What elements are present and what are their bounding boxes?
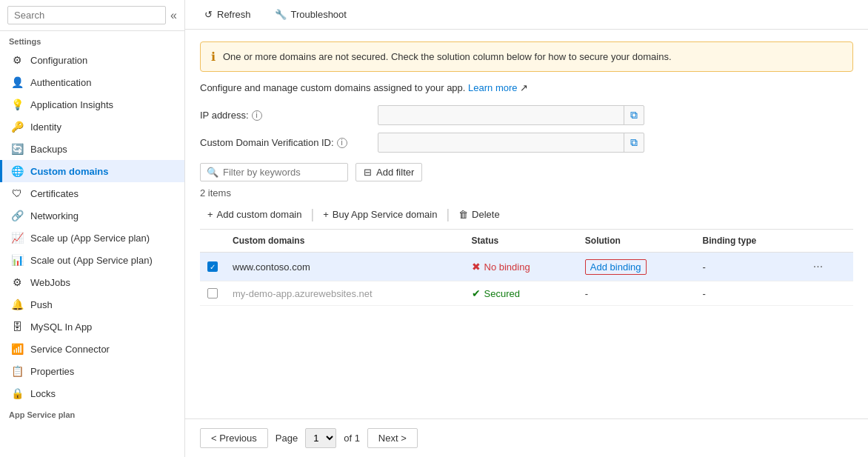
ip-address-label: IP address: i [200,110,370,121]
custom-domain-input-wrap: ⧉ [378,133,644,153]
sidebar-item-label: Application Insights [30,99,113,110]
action-separator-2: | [444,207,451,222]
webjobs-icon: ⚙ [11,276,23,288]
col-header-custom-domains: Custom domains [225,230,464,253]
backups-icon: 🔄 [11,143,23,155]
refresh-button[interactable]: ↺ Refresh [200,6,256,23]
filter-input[interactable] [223,167,341,178]
sidebar-item-label: Authentication [30,77,91,88]
sidebar-item-networking[interactable]: 🔗 Networking [0,204,184,227]
row-2-domain: my-demo-app.azurewebsites.net [225,281,464,306]
table-row: my-demo-app.azurewebsites.net ✔ Secured … [200,281,853,306]
actions-row: + Add custom domain | + Buy App Service … [200,206,853,230]
row-2-binding-type: - [695,281,801,306]
search-input[interactable] [7,6,166,24]
ip-address-info-icon[interactable]: i [252,110,262,121]
troubleshoot-button[interactable]: 🔧 Troubleshoot [270,6,351,23]
of-label: of 1 [344,433,360,444]
sidebar-item-application-insights[interactable]: 💡 Application Insights [0,93,184,116]
configuration-icon: ⚙ [11,54,23,66]
sidebar-item-push[interactable]: 🔔 Push [0,293,184,316]
delete-label: Delete [472,209,500,220]
sidebar-item-authentication[interactable]: 👤 Authentication [0,71,184,93]
sidebar-item-properties[interactable]: 📋 Properties [0,360,184,382]
sidebar-item-configuration[interactable]: ⚙ Configuration [0,49,184,71]
sidebar-item-certificates[interactable]: 🛡 Certificates [0,182,184,204]
row-1-binding-type: - [695,253,801,281]
filter-search-icon: 🔍 [207,167,218,178]
service-connector-icon: 📶 [11,343,23,355]
next-button[interactable]: Next > [367,428,418,448]
sidebar-item-label: MySQL In App [30,321,92,333]
add-custom-domain-plus-icon: + [207,209,213,220]
no-binding-label: No binding [484,261,530,273]
secured-label: Secured [484,288,520,299]
alert-message: One or more domains are not secured. Che… [223,51,672,62]
sidebar-item-identity[interactable]: 🔑 Identity [0,116,184,138]
sidebar-item-label: Certificates [30,188,79,199]
learn-more-link[interactable]: Learn more [468,82,517,93]
alert-banner: ℹ One or more domains are not secured. C… [200,41,853,72]
sidebar-item-scale-out[interactable]: 📊 Scale out (App Service plan) [0,249,184,271]
sidebar-item-label: Custom domains [30,166,108,177]
sidebar-item-locks[interactable]: 🔒 Locks [0,382,184,404]
row-1-ellipsis-button[interactable]: ··· [809,258,827,275]
external-link-icon: ↗ [520,82,528,93]
troubleshoot-label: Troubleshoot [291,9,347,20]
collapse-button[interactable]: « [170,9,177,22]
sidebar-item-scale-up[interactable]: 📈 Scale up (App Service plan) [0,227,184,249]
row-2-solution: - [578,281,695,306]
application-insights-icon: 💡 [11,99,23,110]
filter-icon: ⊟ [364,167,372,178]
filter-section: 🔍 ⊟ Add filter [200,163,853,181]
sidebar-item-label: Identity [30,121,61,133]
page-label: Page [276,433,298,444]
toolbar: ↺ Refresh 🔧 Troubleshoot [185,0,868,30]
row-1-solution[interactable]: Add binding [578,253,695,281]
page-select[interactable]: 1 [305,428,336,448]
row-2-domain-text: my-demo-app.azurewebsites.net [233,288,373,299]
filter-input-wrap: 🔍 [200,163,348,181]
no-binding-icon: ✖ [472,261,481,273]
locks-icon: 🔒 [11,387,23,399]
networking-icon: 🔗 [11,210,23,221]
action-separator-1: | [310,207,316,222]
row-1-ellipsis-cell[interactable]: ··· [801,253,853,281]
row-1-checkbox-cell[interactable]: ✓ [200,253,225,281]
custom-domain-verification-row: Custom Domain Verification ID: i ⧉ [200,133,853,153]
ip-address-input[interactable] [378,106,624,124]
row-2-checkbox-cell[interactable] [200,281,225,306]
add-filter-button[interactable]: ⊟ Add filter [355,163,422,181]
previous-button[interactable]: < Previous [200,428,268,448]
add-custom-domain-label: Add custom domain [217,209,302,220]
settings-section-label: Settings [0,31,184,49]
custom-domain-copy-button[interactable]: ⧉ [624,133,644,152]
col-header-solution: Solution [578,230,695,253]
custom-domain-input[interactable] [378,133,624,152]
sidebar-item-service-connector[interactable]: 📶 Service Connector [0,338,184,360]
no-binding-status: ✖ No binding [472,261,570,273]
row-1-status: ✖ No binding [464,253,578,281]
sidebar-search-container: « [0,0,184,31]
app-service-plan-label: App Service plan [0,404,184,422]
add-binding-link[interactable]: Add binding [585,259,647,275]
table-row: ✓ www.contoso.com ✖ No binding Add bindi… [200,253,853,281]
scale-up-icon: 📈 [11,232,23,244]
row-1-checkbox[interactable]: ✓ [207,261,218,272]
refresh-label: Refresh [217,9,251,20]
alert-icon: ℹ [211,50,216,64]
sidebar: « Settings ⚙ Configuration 👤 Authenticat… [0,0,185,457]
add-custom-domain-button[interactable]: + Add custom domain [200,206,310,223]
sidebar-item-mysql[interactable]: 🗄 MySQL In App [0,316,184,338]
identity-icon: 🔑 [11,121,23,133]
sidebar-item-backups[interactable]: 🔄 Backups [0,138,184,160]
delete-button[interactable]: 🗑 Delete [451,206,507,223]
refresh-icon: ↺ [204,9,213,20]
buy-domain-button[interactable]: + Buy App Service domain [316,206,444,223]
sidebar-item-custom-domains[interactable]: 🌐 Custom domains [0,160,184,182]
ip-address-copy-button[interactable]: ⧉ [624,106,644,124]
row-2-checkbox[interactable] [207,288,218,298]
filter-row: 🔍 ⊟ Add filter [200,163,853,181]
custom-domain-info-icon[interactable]: i [337,138,347,148]
sidebar-item-webjobs[interactable]: ⚙ WebJobs [0,271,184,293]
